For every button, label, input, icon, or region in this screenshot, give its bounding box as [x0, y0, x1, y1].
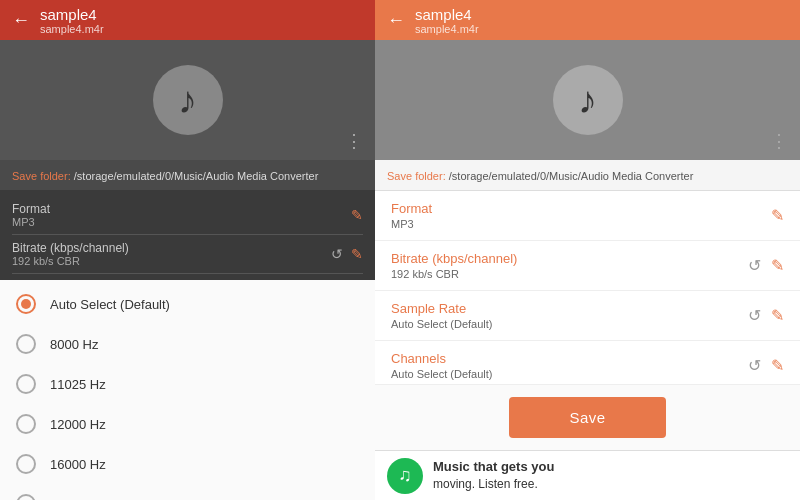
save-button[interactable]: Save: [509, 397, 665, 438]
settings-item-left: Sample RateAuto Select (Default): [391, 301, 493, 330]
settings-icons-0: ✎: [771, 206, 784, 225]
settings-edit-icon-2[interactable]: ✎: [771, 306, 784, 325]
left-save-folder-bar: Save folder: /storage/emulated/0/Music/A…: [0, 160, 375, 190]
radio-item[interactable]: 11025 Hz: [0, 364, 375, 404]
left-header: ← sample4 sample4.m4r: [0, 0, 375, 40]
settings-refresh-icon-2[interactable]: ↺: [748, 306, 761, 325]
left-back-button[interactable]: ←: [12, 10, 30, 31]
radio-label-12000: 12000 Hz: [50, 417, 106, 432]
right-settings-list: FormatMP3✎Bitrate (kbps/channel)192 kb/s…: [375, 191, 800, 384]
settings-icons-3: ↺✎: [748, 356, 784, 375]
settings-edit-icon-3[interactable]: ✎: [771, 356, 784, 375]
left-format-block: Format MP3: [12, 202, 50, 228]
ad-text: Music that gets you moving. Listen free.: [433, 458, 554, 493]
settings-item-left: FormatMP3: [391, 201, 432, 230]
radio-item[interactable]: 12000 Hz: [0, 404, 375, 444]
settings-label-2: Sample Rate: [391, 301, 493, 316]
right-save-folder-bar: Save folder: /storage/emulated/0/Music/A…: [375, 160, 800, 191]
radio-label-8000: 8000 Hz: [50, 337, 98, 352]
right-save-folder-text: Save folder: /storage/emulated/0/Music/A…: [387, 170, 693, 182]
left-bitrate-edit-icon[interactable]: ✎: [351, 246, 363, 262]
radio-label-16000: 16000 Hz: [50, 457, 106, 472]
right-music-icon: ♪: [578, 79, 597, 122]
left-thumbnail: ♪ ⋮: [0, 40, 375, 160]
radio-outer-8000: [16, 334, 36, 354]
right-header-title-block: sample4 sample4.m4r: [415, 6, 479, 35]
ad-bar: ♫ Music that gets you moving. Listen fre…: [375, 450, 800, 500]
right-panel: ← sample4 sample4.m4r ♪ ⋮ Save folder: /…: [375, 0, 800, 500]
radio-label-22050: 22050 Hz: [50, 497, 106, 501]
left-save-folder-path: /storage/emulated/0/Music/Audio Media Co…: [74, 170, 319, 182]
left-bitrate-block: Bitrate (kbps/channel) 192 kb/s CBR: [12, 241, 129, 267]
left-more-icon[interactable]: ⋮: [345, 130, 363, 152]
left-bitrate-value: 192 kb/s CBR: [12, 255, 129, 267]
left-format-label: Format: [12, 202, 50, 216]
right-thumbnail: ♪ ⋮: [375, 40, 800, 160]
left-bitrate-row: Bitrate (kbps/channel) 192 kb/s CBR ↺ ✎: [12, 235, 363, 274]
right-header-title: sample4: [415, 6, 479, 23]
radio-item[interactable]: Auto Select (Default): [0, 284, 375, 324]
radio-inner-auto: [21, 299, 31, 309]
left-save-folder-text: Save folder: /storage/emulated/0/Music/A…: [12, 170, 318, 182]
right-header: ← sample4 sample4.m4r: [375, 0, 800, 40]
right-music-icon-circle: ♪: [553, 65, 623, 135]
ad-music-icon: ♫: [398, 465, 412, 486]
settings-item: Bitrate (kbps/channel)192 kb/s CBR↺✎: [375, 241, 800, 291]
radio-outer-16000: [16, 454, 36, 474]
settings-item: Sample RateAuto Select (Default)↺✎: [375, 291, 800, 341]
radio-outer-auto: [16, 294, 36, 314]
settings-item: FormatMP3✎: [375, 191, 800, 241]
ad-spotify-icon: ♫: [387, 458, 423, 494]
settings-label-3: Channels: [391, 351, 493, 366]
ad-text-line1: Music that gets you: [433, 458, 554, 476]
left-music-icon-circle: ♪: [153, 65, 223, 135]
left-music-icon: ♪: [178, 79, 197, 122]
radio-item[interactable]: 8000 Hz: [0, 324, 375, 364]
left-bitrate-label: Bitrate (kbps/channel): [12, 241, 129, 255]
left-radio-list: Auto Select (Default)8000 Hz11025 Hz1200…: [0, 280, 375, 500]
radio-outer-12000: [16, 414, 36, 434]
settings-label-1: Bitrate (kbps/channel): [391, 251, 517, 266]
radio-item[interactable]: 16000 Hz: [0, 444, 375, 484]
settings-edit-icon-0[interactable]: ✎: [771, 206, 784, 225]
settings-edit-icon-1[interactable]: ✎: [771, 256, 784, 275]
left-format-edit-icon[interactable]: ✎: [351, 207, 363, 223]
right-back-button[interactable]: ←: [387, 10, 405, 31]
right-header-subtitle: sample4.m4r: [415, 23, 479, 35]
settings-refresh-icon-3[interactable]: ↺: [748, 356, 761, 375]
radio-label-auto: Auto Select (Default): [50, 297, 170, 312]
settings-refresh-icon-1[interactable]: ↺: [748, 256, 761, 275]
left-bitrate-icons: ↺ ✎: [331, 246, 363, 262]
settings-item-left: ChannelsAuto Select (Default): [391, 351, 493, 380]
settings-value-0: MP3: [391, 218, 432, 230]
left-header-subtitle: sample4.m4r: [40, 23, 104, 35]
radio-item[interactable]: 22050 Hz: [0, 484, 375, 500]
left-format-bitrate-section: Format MP3 ✎ Bitrate (kbps/channel) 192 …: [0, 190, 375, 280]
left-format-value: MP3: [12, 216, 50, 228]
radio-outer-11025: [16, 374, 36, 394]
settings-icons-2: ↺✎: [748, 306, 784, 325]
settings-value-3: Auto Select (Default): [391, 368, 493, 380]
left-bitrate-refresh-icon[interactable]: ↺: [331, 246, 343, 262]
left-panel: ← sample4 sample4.m4r ♪ ⋮ Save folder: /…: [0, 0, 375, 500]
ad-text-line2: moving. Listen free.: [433, 477, 538, 491]
left-format-row: Format MP3 ✎: [12, 196, 363, 235]
settings-value-1: 192 kb/s CBR: [391, 268, 517, 280]
settings-label-0: Format: [391, 201, 432, 216]
settings-icons-1: ↺✎: [748, 256, 784, 275]
right-save-folder-label: Save folder:: [387, 170, 446, 182]
right-save-folder-path: /storage/emulated/0/Music/Audio Media Co…: [449, 170, 694, 182]
left-format-icons: ✎: [351, 207, 363, 223]
radio-label-11025: 11025 Hz: [50, 377, 106, 392]
radio-outer-22050: [16, 494, 36, 500]
left-save-folder-label: Save folder:: [12, 170, 71, 182]
left-header-title: sample4: [40, 6, 104, 23]
settings-value-2: Auto Select (Default): [391, 318, 493, 330]
right-save-btn-row: Save: [375, 384, 800, 450]
left-header-title-block: sample4 sample4.m4r: [40, 6, 104, 35]
settings-item: ChannelsAuto Select (Default)↺✎: [375, 341, 800, 384]
right-more-icon[interactable]: ⋮: [770, 130, 788, 152]
settings-item-left: Bitrate (kbps/channel)192 kb/s CBR: [391, 251, 517, 280]
